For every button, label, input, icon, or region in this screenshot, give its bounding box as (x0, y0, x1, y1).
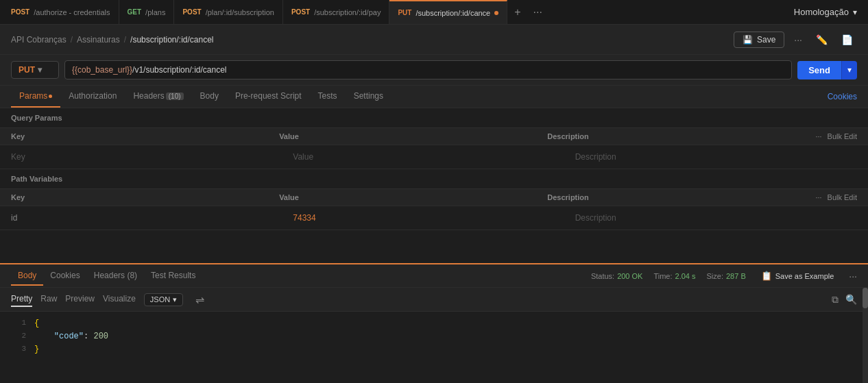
code-line-2: 2 "code": 200 (0, 330, 868, 343)
url-path-part: /v1/subscription/:id/cancel (132, 65, 226, 75)
tab-tests-label: Tests (318, 91, 337, 101)
path-variables-title: Path Variables (11, 175, 62, 183)
tab-body[interactable]: Body (192, 86, 227, 108)
tab-tests[interactable]: Tests (310, 86, 346, 108)
filter-icon[interactable]: ⇌ (195, 293, 204, 306)
status-value: 200 OK (617, 272, 642, 280)
tab-prerequest[interactable]: Pre-request Script (227, 86, 310, 108)
view-tab-preview[interactable]: Preview (65, 292, 95, 307)
request-tabs-nav: Params Authorization Headers(10) Body Pr… (0, 86, 868, 108)
bulk-edit-dots: ··· (815, 132, 821, 140)
view-tab-pretty[interactable]: Pretty (11, 292, 32, 307)
tab-authorization[interactable]: Authorization (60, 86, 125, 108)
view-tab-raw[interactable]: Raw (40, 292, 57, 307)
tab-label: /subscription/:id/cance (415, 9, 490, 17)
scrollbar-thumb[interactable] (863, 288, 868, 308)
method-value: PUT (19, 65, 35, 75)
breadcrumb-sep1: / (71, 35, 73, 45)
pv-col-key: Key (11, 193, 279, 201)
col-actions: ··· Bulk Edit (815, 132, 857, 140)
code-brace-close: } (34, 343, 39, 356)
line-number-3: 3 (5, 343, 26, 356)
bottom-tab-body[interactable]: Body (11, 267, 43, 286)
path-variables-header: Path Variables (0, 169, 868, 189)
more-tabs-button[interactable]: ··· (529, 3, 546, 21)
save-example-icon: 📋 (761, 271, 772, 281)
method-label: GET (128, 8, 142, 16)
time-label: Time: (653, 272, 672, 280)
format-value: JSON (150, 295, 170, 304)
search-response-button[interactable]: 🔍 (845, 294, 857, 306)
chevron-down-icon: ▾ (853, 8, 857, 17)
pv-key-id: id (11, 210, 293, 225)
header-actions: 💾 Save ··· ✏️ 📄 (734, 32, 857, 48)
status-label: Status: (591, 272, 614, 280)
method-select[interactable]: PUT ▾ (11, 61, 59, 79)
bottom-tab-cookies[interactable]: Cookies (43, 267, 86, 286)
path-variable-row[interactable]: id 74334 Description (0, 206, 868, 230)
view-tab-visualize[interactable]: Visualize (103, 292, 136, 307)
query-params-placeholder-row[interactable]: Key Value Description (0, 145, 868, 169)
tab-params-label: Params (19, 91, 47, 101)
more-options-button[interactable]: ··· (790, 32, 806, 48)
bottom-panel: Body Cookies Headers (8) Test Results St… (0, 263, 868, 383)
doc-button[interactable]: 📄 (837, 32, 857, 48)
code-line-3: 3 } (0, 343, 868, 356)
edit-button[interactable]: ✏️ (812, 32, 832, 48)
save-label: Save (757, 35, 775, 45)
line-number-1: 1 (5, 317, 26, 330)
method-label: POST (182, 8, 201, 16)
send-dropdown-button[interactable]: ▾ (841, 61, 857, 79)
url-bar: PUT ▾ {{cob_base_url}}/v1/subscription/:… (0, 55, 868, 86)
scrollbar-track[interactable] (863, 288, 868, 383)
breadcrumb-sep2: / (124, 35, 126, 45)
tab-params[interactable]: Params (11, 86, 60, 108)
tab-label: /authorize - credentials (34, 8, 110, 16)
add-tab-button[interactable]: + (510, 3, 525, 21)
bottom-tab-test-results[interactable]: Test Results (144, 267, 202, 286)
url-input[interactable]: {{cob_base_url}}/v1/subscription/:id/can… (64, 60, 792, 79)
tab-settings[interactable]: Settings (346, 86, 391, 108)
send-group: Send ▾ (797, 61, 857, 79)
tab-label: /subscription/:id/pay (314, 8, 381, 16)
status-item-status: Status: 200 OK (591, 272, 643, 280)
pv-bulk-label: Bulk Edit (828, 193, 857, 201)
pv-col-value: Value (279, 193, 547, 201)
format-select[interactable]: JSON ▾ (144, 293, 183, 306)
tab-pay[interactable]: POST /subscription/:id/pay (283, 0, 389, 24)
breadcrumb-current: /subscription/:id/cancel (130, 35, 213, 45)
save-example-label: Save as Example (775, 272, 834, 280)
copy-response-button[interactable]: ⧉ (832, 294, 839, 306)
save-button[interactable]: 💾 Save (734, 32, 784, 48)
code-content-2: "code": 200 (34, 330, 108, 343)
headers-badge: (10) (166, 92, 184, 100)
line-number-2: 2 (5, 330, 26, 343)
code-line-1: 1 { (0, 317, 868, 330)
tab-actions: + ··· (510, 3, 546, 21)
breadcrumb-part2: Assinaturas (77, 35, 120, 45)
query-params-title: Query Params (11, 114, 62, 122)
desc-placeholder: Description (575, 149, 857, 164)
tab-body-label: Body (200, 91, 219, 101)
tab-cancel[interactable]: PUT /subscription/:id/cance (389, 0, 507, 24)
tab-settings-label: Settings (354, 91, 383, 101)
pv-col-description: Description (547, 193, 815, 201)
workspace-name: Homologação (794, 7, 849, 17)
more-response-options-button[interactable]: ··· (849, 271, 857, 282)
query-params-header: Query Params (0, 108, 868, 128)
tab-subscription[interactable]: POST /plan/:id/subscription (174, 0, 283, 24)
size-label: Size: (707, 272, 723, 280)
pv-value-id: 74334 (293, 210, 575, 225)
tab-plans[interactable]: GET /plans (119, 0, 175, 24)
size-value: 287 B (726, 272, 746, 280)
save-as-example-button[interactable]: 📋 Save as Example (757, 269, 839, 282)
col-description: Description (547, 132, 815, 140)
bottom-tab-headers[interactable]: Headers (8) (87, 267, 144, 286)
unsaved-dot (494, 11, 498, 15)
cookies-link[interactable]: Cookies (828, 92, 857, 101)
pv-desc-id: Description (575, 210, 857, 225)
tab-authorize[interactable]: POST /authorize - credentials (3, 0, 119, 24)
send-button[interactable]: Send (797, 61, 841, 79)
tab-headers[interactable]: Headers(10) (125, 86, 191, 108)
workspace-selector[interactable]: Homologação ▾ (786, 7, 865, 17)
